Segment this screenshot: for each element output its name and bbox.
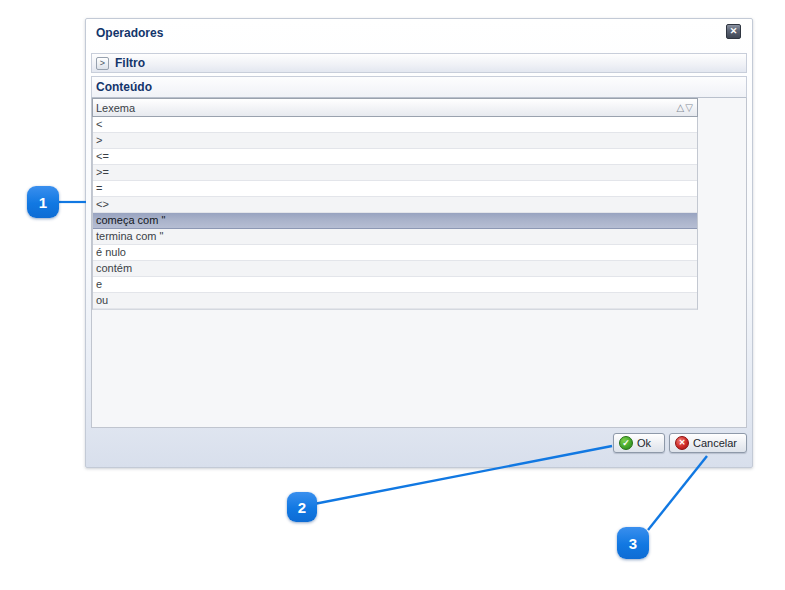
list-item[interactable]: termina com " <box>93 229 697 245</box>
content-area: Lexema △▽ <><=>==<>começa com "termina c… <box>91 98 747 428</box>
check-icon: ✓ <box>619 436 633 450</box>
operadores-dialog: Operadores ✕ > Filtro Conteúdo Lexema △▽… <box>85 18 753 468</box>
list-item[interactable]: = <box>93 181 697 197</box>
list-item[interactable]: começa com " <box>93 213 697 229</box>
list-item[interactable]: <> <box>93 197 697 213</box>
ok-button[interactable]: ✓ Ok <box>613 433 665 453</box>
list-item[interactable]: é nulo <box>93 245 697 261</box>
list-item[interactable]: < <box>93 117 697 133</box>
expand-chevron-icon[interactable]: > <box>96 57 109 70</box>
filtro-panel-header: > Filtro <box>91 53 747 73</box>
list-item[interactable]: e <box>93 277 697 293</box>
sort-ascending-icon[interactable]: △ <box>677 102 686 113</box>
operators-table: Lexema △▽ <><=>==<>começa com "termina c… <box>92 98 698 310</box>
column-header-label: Lexema <box>96 102 677 114</box>
list-item[interactable]: contém <box>93 261 697 277</box>
page: Operadores ✕ > Filtro Conteúdo Lexema △▽… <box>0 0 785 590</box>
conteudo-panel-header: Conteúdo <box>91 76 747 98</box>
sort-icons[interactable]: △▽ <box>677 102 694 113</box>
cancel-button-label: Cancelar <box>693 437 737 449</box>
conteudo-label: Conteúdo <box>96 80 152 94</box>
annotation-badge-1: 1 <box>27 186 59 218</box>
list-item[interactable]: > <box>93 133 697 149</box>
filtro-label: Filtro <box>115 56 145 70</box>
column-header-lexema[interactable]: Lexema △▽ <box>92 98 698 117</box>
list-item[interactable]: ou <box>93 293 697 309</box>
cancel-button[interactable]: ✕ Cancelar <box>669 433 747 453</box>
list-item[interactable]: <= <box>93 149 697 165</box>
annotation-badge-2: 2 <box>287 492 317 522</box>
x-icon: ✕ <box>675 436 689 450</box>
dialog-title: Operadores <box>96 26 163 40</box>
ok-button-label: Ok <box>637 437 651 449</box>
operators-list: <><=>==<>começa com "termina com "é nulo… <box>92 117 698 310</box>
close-icon[interactable]: ✕ <box>726 24 741 39</box>
annotation-badge-3: 3 <box>617 527 649 559</box>
sort-descending-icon[interactable]: ▽ <box>685 102 694 113</box>
list-item[interactable]: >= <box>93 165 697 181</box>
